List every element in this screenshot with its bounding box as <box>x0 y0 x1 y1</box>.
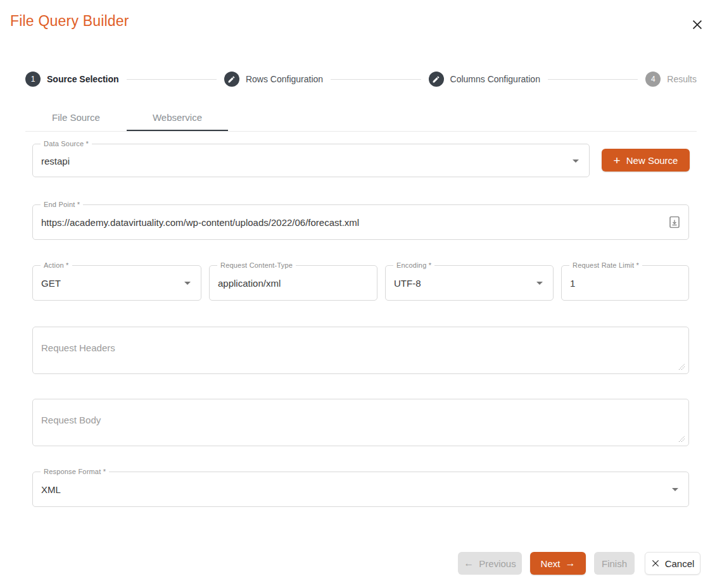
close-x-icon <box>651 559 660 568</box>
tab-file-source[interactable]: File Source <box>25 103 127 132</box>
next-button-label: Next <box>541 558 560 569</box>
plus-icon: + <box>614 154 621 166</box>
step-source-selection[interactable]: 1 Source Selection <box>25 72 119 87</box>
end-point-field[interactable]: End Point * https://academy.datavirtuali… <box>32 204 689 240</box>
step-4-number: 4 <box>651 75 656 84</box>
encoding-select[interactable]: Encoding * UTF-8 <box>385 265 554 301</box>
arrow-left-icon: ← <box>464 558 474 568</box>
request-rate-limit-field[interactable]: Request Rate Limit * 1 <box>561 265 689 301</box>
end-point-value: https://academy.datavirtuality.com/wp-co… <box>41 217 359 228</box>
request-headers-input[interactable] <box>33 327 688 373</box>
step-4-label: Results <box>667 74 697 84</box>
data-source-select[interactable]: Data Source * restapi <box>32 144 590 177</box>
action-value: GET <box>41 278 61 289</box>
source-type-tabs: File Source Webservice <box>25 103 228 132</box>
chevron-down-icon[interactable] <box>184 282 191 285</box>
stepper: 1 Source Selection Rows Configuration Co… <box>25 70 697 88</box>
response-format-label: Response Format * <box>41 468 109 475</box>
edit-icon <box>224 72 239 87</box>
step-3-label: Columns Configuration <box>450 74 540 84</box>
request-rate-limit-value: 1 <box>570 278 575 289</box>
new-source-button-label: New Source <box>626 155 678 166</box>
request-content-type-value: application/xml <box>218 278 281 289</box>
chevron-down-icon[interactable] <box>573 160 579 163</box>
step-1-number: 1 <box>31 75 35 84</box>
cancel-button-label: Cancel <box>665 558 695 569</box>
step-1-label: Source Selection <box>47 74 119 84</box>
cancel-button[interactable]: Cancel <box>645 552 700 575</box>
data-source-value: restapi <box>41 155 70 166</box>
request-content-type-field[interactable]: Request Content-Type application/xml <box>209 265 377 301</box>
next-button[interactable]: Next → <box>530 552 586 575</box>
tab-webservice[interactable]: Webservice <box>127 103 228 132</box>
action-select[interactable]: Action * GET <box>32 265 201 301</box>
action-label: Action * <box>41 261 72 269</box>
chevron-down-icon[interactable] <box>672 488 678 491</box>
file-query-builder-dialog: File Query Builder 1 Source Selection Ro… <box>0 0 722 588</box>
edit-icon <box>429 72 444 87</box>
step-columns-configuration[interactable]: Columns Configuration <box>429 72 540 87</box>
previous-button-label: Previous <box>479 558 516 569</box>
stepper-connector <box>127 79 217 80</box>
finish-button[interactable]: Finish <box>594 552 635 575</box>
end-point-label: End Point * <box>41 201 83 208</box>
close-icon[interactable] <box>690 18 704 32</box>
request-rate-limit-label: Request Rate Limit * <box>569 261 642 269</box>
request-body-input[interactable] <box>33 399 688 446</box>
response-format-select[interactable]: Response Format * XML <box>32 472 689 507</box>
step-2-label: Rows Configuration <box>246 74 323 84</box>
page-title: File Query Builder <box>10 13 129 30</box>
stepper-connector <box>331 79 421 80</box>
stepper-connector <box>548 79 638 80</box>
data-source-label: Data Source * <box>41 140 92 147</box>
tabs-divider <box>25 131 697 132</box>
arrow-right-icon: → <box>565 558 575 568</box>
encoding-value: UTF-8 <box>394 278 421 289</box>
chevron-down-icon[interactable] <box>536 282 543 285</box>
request-headers-area <box>32 327 689 374</box>
step-rows-configuration[interactable]: Rows Configuration <box>224 72 323 87</box>
request-body-area <box>32 399 689 446</box>
finish-button-label: Finish <box>602 558 627 569</box>
new-source-button[interactable]: + New Source <box>602 149 690 172</box>
previous-button[interactable]: ← Previous <box>458 552 522 575</box>
file-upload-icon[interactable] <box>669 216 680 228</box>
response-format-value: XML <box>41 484 61 495</box>
step-1-indicator: 1 <box>25 72 41 87</box>
encoding-label: Encoding * <box>393 261 434 269</box>
step-results[interactable]: 4 Results <box>645 72 697 87</box>
request-content-type-label: Request Content-Type <box>217 261 296 269</box>
step-4-indicator: 4 <box>645 72 661 87</box>
